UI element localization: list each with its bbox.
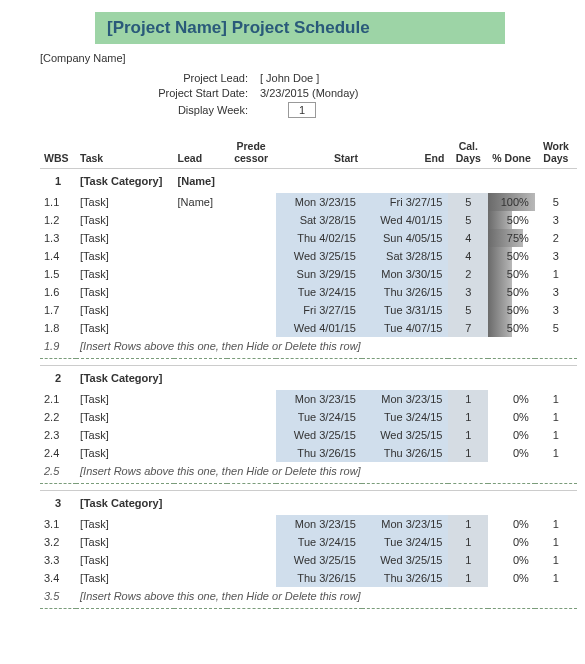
cell-cal-days: 4 <box>448 247 488 265</box>
cell-cal-days: 1 <box>448 426 488 444</box>
category-name: [Task Category] <box>76 169 174 194</box>
header-lead: Lead <box>174 136 227 169</box>
cell-end: Mon 3/23/15 <box>362 515 448 533</box>
cell-predecessor <box>227 390 276 408</box>
document-title: [Project Name] Project Schedule <box>95 12 505 44</box>
header-work-days: Work Days <box>535 136 577 169</box>
cell-cal-days: 1 <box>448 444 488 462</box>
category-row: 1[Task Category][Name] <box>40 169 577 194</box>
task-row: 3.2[Task]Tue 3/24/15Tue 3/24/1510%1 <box>40 533 577 551</box>
header-start: Start <box>276 136 362 169</box>
cell-task: [Task] <box>76 301 174 319</box>
cell-start: Tue 3/24/15 <box>276 533 362 551</box>
task-row: 1.7[Task]Fri 3/27/15Tue 3/31/15550%3 <box>40 301 577 319</box>
header-wbs: WBS <box>40 136 76 169</box>
cell-end: Tue 3/24/15 <box>362 408 448 426</box>
cell-start: Wed 4/01/15 <box>276 319 362 337</box>
cell-end: Wed 3/25/15 <box>362 426 448 444</box>
display-week-label: Display Week: <box>40 104 260 116</box>
cell-task: [Task] <box>76 193 174 211</box>
cell-end: Wed 4/01/15 <box>362 211 448 229</box>
cell-lead <box>174 247 227 265</box>
cell-lead <box>174 569 227 587</box>
cell-cal-days: 1 <box>448 515 488 533</box>
task-row: 3.4[Task]Thu 3/26/15Thu 3/26/1510%1 <box>40 569 577 587</box>
cell-pct-done: 50% <box>488 247 535 265</box>
cell-wbs: 1.7 <box>40 301 76 319</box>
cell-pct-done: 0% <box>488 444 535 462</box>
cell-wbs: 1.6 <box>40 283 76 301</box>
cell-lead <box>174 444 227 462</box>
cell-cal-days: 1 <box>448 408 488 426</box>
cell-pct-done: 50% <box>488 301 535 319</box>
insert-text: [Insert Rows above this one, then Hide o… <box>76 337 577 359</box>
cell-work-days: 1 <box>535 426 577 444</box>
cell-cal-days: 3 <box>448 283 488 301</box>
insert-hint-row: 3.5[Insert Rows above this one, then Hid… <box>40 587 577 609</box>
cell-task: [Task] <box>76 390 174 408</box>
cell-end: Tue 3/24/15 <box>362 533 448 551</box>
cell-work-days: 3 <box>535 247 577 265</box>
cell-predecessor <box>227 229 276 247</box>
cell-cal-days: 7 <box>448 319 488 337</box>
cell-pct-done: 0% <box>488 515 535 533</box>
cell-predecessor <box>227 319 276 337</box>
cell-end: Mon 3/30/15 <box>362 265 448 283</box>
cell-task: [Task] <box>76 283 174 301</box>
cell-predecessor <box>227 247 276 265</box>
insert-wbs: 1.9 <box>40 337 76 359</box>
insert-text: [Insert Rows above this one, then Hide o… <box>76 587 577 609</box>
cell-task: [Task] <box>76 319 174 337</box>
cell-cal-days: 1 <box>448 533 488 551</box>
cell-start: Wed 3/25/15 <box>276 426 362 444</box>
project-lead-label: Project Lead: <box>40 72 260 84</box>
cell-predecessor <box>227 426 276 444</box>
cell-end: Thu 3/26/15 <box>362 569 448 587</box>
cell-cal-days: 1 <box>448 569 488 587</box>
cell-pct-done: 0% <box>488 551 535 569</box>
cell-lead <box>174 211 227 229</box>
cell-pct-done: 50% <box>488 211 535 229</box>
category-row: 2[Task Category] <box>40 366 577 391</box>
cell-cal-days: 1 <box>448 551 488 569</box>
cell-end: Sun 4/05/15 <box>362 229 448 247</box>
cell-work-days: 1 <box>535 390 577 408</box>
task-row: 1.8[Task]Wed 4/01/15Tue 4/07/15750%5 <box>40 319 577 337</box>
cell-task: [Task] <box>76 408 174 426</box>
cell-task: [Task] <box>76 211 174 229</box>
cell-end: Fri 3/27/15 <box>362 193 448 211</box>
cell-task: [Task] <box>76 247 174 265</box>
cell-wbs: 1.1 <box>40 193 76 211</box>
task-row: 2.1[Task]Mon 3/23/15Mon 3/23/1510%1 <box>40 390 577 408</box>
cell-work-days: 5 <box>535 193 577 211</box>
cell-lead <box>174 533 227 551</box>
cell-pct-done: 100% <box>488 193 535 211</box>
cell-work-days: 1 <box>535 533 577 551</box>
cell-start: Mon 3/23/15 <box>276 390 362 408</box>
cell-cal-days: 5 <box>448 193 488 211</box>
start-date-value: 3/23/2015 (Monday) <box>260 87 358 99</box>
cell-predecessor <box>227 569 276 587</box>
cell-wbs: 1.3 <box>40 229 76 247</box>
cell-wbs: 3.2 <box>40 533 76 551</box>
cell-start: Mon 3/23/15 <box>276 193 362 211</box>
cell-work-days: 3 <box>535 301 577 319</box>
cell-lead <box>174 390 227 408</box>
cell-wbs: 1.2 <box>40 211 76 229</box>
cell-task: [Task] <box>76 265 174 283</box>
cell-task: [Task] <box>76 551 174 569</box>
cell-predecessor <box>227 211 276 229</box>
cell-start: Wed 3/25/15 <box>276 551 362 569</box>
category-name: [Task Category] <box>76 491 174 516</box>
cell-start: Wed 3/25/15 <box>276 247 362 265</box>
cell-start: Thu 4/02/15 <box>276 229 362 247</box>
task-row: 2.2[Task]Tue 3/24/15Tue 3/24/1510%1 <box>40 408 577 426</box>
cell-pct-done: 0% <box>488 390 535 408</box>
cell-predecessor <box>227 301 276 319</box>
cell-end: Mon 3/23/15 <box>362 390 448 408</box>
cell-task: [Task] <box>76 533 174 551</box>
display-week-value[interactable]: 1 <box>288 102 316 118</box>
cell-work-days: 1 <box>535 265 577 283</box>
cell-task: [Task] <box>76 444 174 462</box>
task-row: 3.3[Task]Wed 3/25/15Wed 3/25/1510%1 <box>40 551 577 569</box>
